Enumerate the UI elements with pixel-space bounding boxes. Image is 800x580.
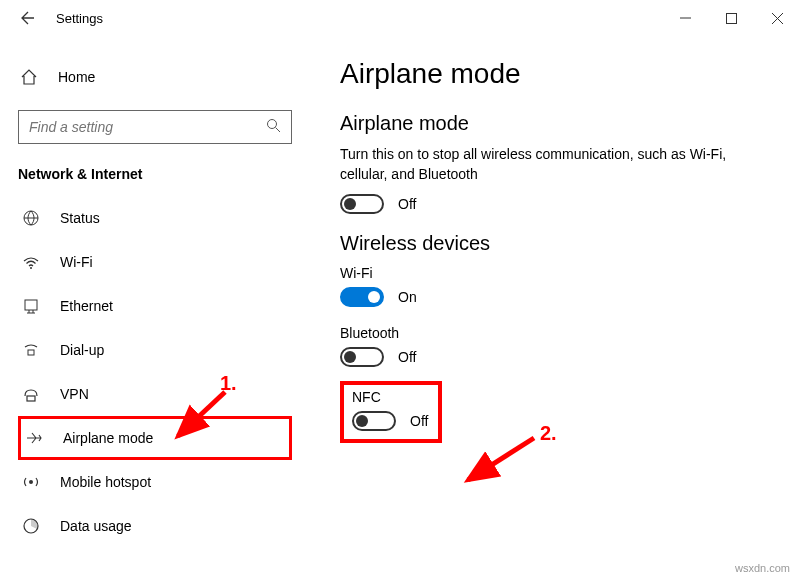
minimize-icon — [680, 13, 691, 24]
sidebar-item-data-usage[interactable]: Data usage — [18, 504, 292, 548]
nav-label: Mobile hotspot — [60, 474, 151, 490]
close-button[interactable] — [754, 2, 800, 34]
ethernet-icon — [20, 295, 42, 317]
wifi-icon — [20, 251, 42, 273]
globe-icon — [20, 207, 42, 229]
back-button[interactable] — [18, 8, 38, 28]
data-usage-icon — [20, 515, 42, 537]
svg-rect-5 — [28, 350, 34, 355]
nav-label: VPN — [60, 386, 89, 402]
search-input[interactable] — [29, 119, 266, 135]
sidebar-item-wifi[interactable]: Wi-Fi — [18, 240, 292, 284]
sidebar-item-mobile-hotspot[interactable]: Mobile hotspot — [18, 460, 292, 504]
arrow-left-icon — [20, 10, 36, 26]
airplane-heading: Airplane mode — [340, 112, 780, 135]
sidebar-item-vpn[interactable]: VPN — [18, 372, 292, 416]
svg-rect-0 — [726, 13, 736, 23]
wifi-label: Wi-Fi — [340, 265, 780, 281]
nav-label: Ethernet — [60, 298, 113, 314]
airplane-toggle-state: Off — [398, 196, 416, 212]
window-title: Settings — [56, 11, 103, 26]
svg-point-1 — [268, 120, 277, 129]
wifi-toggle[interactable] — [340, 287, 384, 307]
maximize-icon — [726, 13, 737, 24]
airplane-toggle[interactable] — [340, 194, 384, 214]
search-box[interactable] — [18, 110, 292, 144]
page-title: Airplane mode — [340, 58, 780, 90]
maximize-button[interactable] — [708, 2, 754, 34]
airplane-icon — [23, 427, 45, 449]
close-icon — [772, 13, 783, 24]
hotspot-icon — [20, 471, 42, 493]
wifi-toggle-state: On — [398, 289, 417, 305]
svg-rect-6 — [27, 396, 35, 401]
svg-rect-4 — [25, 300, 37, 310]
wireless-heading: Wireless devices — [340, 232, 780, 255]
home-icon — [18, 68, 40, 86]
nav-label: Airplane mode — [63, 430, 153, 446]
nfc-highlight-box: NFC Off — [340, 381, 442, 443]
bluetooth-label: Bluetooth — [340, 325, 780, 341]
sidebar-item-status[interactable]: Status — [18, 196, 292, 240]
sidebar-item-airplane-mode[interactable]: Airplane mode — [18, 416, 292, 460]
sidebar-item-dialup[interactable]: Dial-up — [18, 328, 292, 372]
bluetooth-toggle[interactable] — [340, 347, 384, 367]
minimize-button[interactable] — [662, 2, 708, 34]
window-controls — [662, 2, 800, 34]
nfc-label: NFC — [352, 389, 428, 405]
nav-label: Dial-up — [60, 342, 104, 358]
sidebar-section-label: Network & Internet — [18, 166, 292, 182]
svg-point-7 — [29, 480, 33, 484]
search-icon — [266, 118, 281, 136]
svg-point-3 — [30, 267, 32, 269]
watermark: wsxdn.com — [735, 562, 790, 574]
nfc-toggle[interactable] — [352, 411, 396, 431]
dialup-icon — [20, 339, 42, 361]
sidebar-item-ethernet[interactable]: Ethernet — [18, 284, 292, 328]
airplane-description: Turn this on to stop all wireless commun… — [340, 145, 780, 184]
titlebar: Settings — [0, 0, 800, 36]
bluetooth-toggle-state: Off — [398, 349, 416, 365]
sidebar: Home Network & Internet Status Wi-Fi — [0, 36, 310, 580]
vpn-icon — [20, 383, 42, 405]
nav-label: Status — [60, 210, 100, 226]
nfc-toggle-state: Off — [410, 413, 428, 429]
nav-label: Wi-Fi — [60, 254, 93, 270]
content-pane: Airplane mode Airplane mode Turn this on… — [310, 36, 800, 580]
sidebar-home-label: Home — [58, 69, 95, 85]
nav-label: Data usage — [60, 518, 132, 534]
sidebar-home[interactable]: Home — [18, 56, 292, 98]
